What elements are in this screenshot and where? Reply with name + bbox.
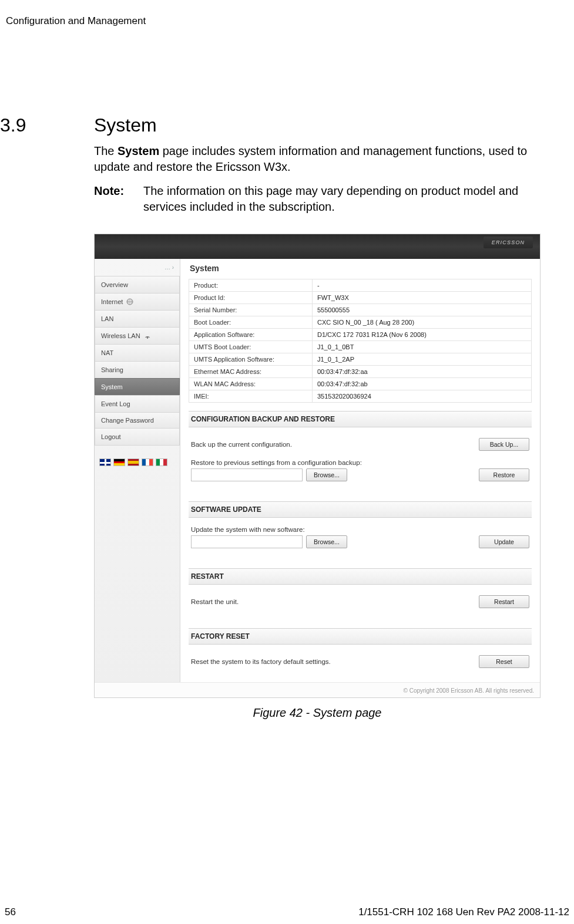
language-flags [99,458,175,466]
nav-change-password-label: Change Password [101,416,154,424]
info-uapp-value: J1_0_1_2AP [313,353,532,366]
update-file-input[interactable] [191,535,303,548]
intro-pre: The [94,144,118,157]
info-product-value: - [313,279,532,292]
info-uboot-label: UMTS Boot Loader: [189,341,313,353]
flag-it[interactable] [156,458,167,466]
info-app-value: D1/CXC 172 7031 R12A (Nov 6 2008) [313,329,532,341]
flag-uk[interactable] [99,458,111,466]
nav-sharing[interactable]: Sharing [95,361,180,379]
nav-logout[interactable]: Logout [95,428,180,446]
info-uapp-label: UMTS Application Software: [189,353,313,366]
software-update-text: Update the system with new software: [191,526,529,533]
info-pid-value: FWT_W3X [313,292,532,304]
nav-eventlog-label: Event Log [101,400,130,407]
info-app-label: Application Software: [189,329,313,341]
nav-system[interactable]: System [95,378,180,396]
figure-caption: Figure 42 - System page [94,706,541,720]
note-label: Note: [94,183,143,215]
nav-internet-label: Internet [101,298,123,305]
flag-de[interactable] [113,458,125,466]
section-title: System [94,114,157,136]
nav-change-password[interactable]: Change Password [95,412,180,429]
figure-banner: ERICSSON [95,234,540,259]
nav-overview[interactable]: Overview [95,276,180,294]
note-text: The information on this page may vary de… [143,183,558,215]
nav-lan[interactable]: LAN [95,310,180,328]
system-info-table: Product:- Product Id:FWT_W3X Serial Numb… [189,279,532,403]
nav-wlan-label: Wireless LAN [101,332,140,339]
restore-button[interactable]: Restore [479,468,529,481]
nav-lan-label: LAN [101,315,113,322]
info-imei-value: 351532020036924 [313,390,532,403]
figure-screenshot: ERICSSON … › Overview Internet LAN Wirel… [94,234,541,698]
wifi-icon [144,332,151,339]
nav-wlan[interactable]: Wireless LAN [95,327,180,345]
info-serial-label: Serial Number: [189,304,313,316]
info-uboot-value: J1_0_1_0BT [313,341,532,353]
nav-logout-label: Logout [101,433,121,440]
info-boot-label: Boot Loader: [189,316,313,329]
restart-button[interactable]: Restart [479,595,529,608]
nav-overview-label: Overview [101,281,128,288]
globe-icon [126,298,133,305]
info-product-label: Product: [189,279,313,292]
restore-browse-button[interactable]: Browse... [306,468,347,481]
restore-text: Restore to previous settings from a conf… [191,459,529,466]
doc-id-footer: 1/1551-CRH 102 168 Uen Rev PA2 2008-11-1… [358,906,569,918]
factory-reset-text: Reset the system to its factory default … [191,658,331,665]
page-title: System [189,259,532,279]
backup-text: Back up the current configuration. [191,441,292,448]
nav-internet[interactable]: Internet [95,293,180,311]
flag-fr[interactable] [142,458,153,466]
nav-sharing-label: Sharing [101,366,123,373]
breadcrumb: … › [95,259,180,276]
nav-eventlog[interactable]: Event Log [95,395,180,413]
intro-paragraph: The System page includes system informat… [94,143,558,175]
nav-system-label: System [101,383,123,390]
info-wlan-value: 00:03:47:df:32:ab [313,378,532,390]
intro-post: page includes system information and man… [94,144,527,173]
section-factory-title: FACTORY RESET [189,628,532,645]
figure-copyright: © Copyright 2008 Ericsson AB. All rights… [95,682,540,697]
nav-nat-label: NAT [101,349,113,356]
svg-point-1 [147,338,148,339]
info-pid-label: Product Id: [189,292,313,304]
restore-file-input[interactable] [191,468,303,481]
note-block: Note: The information on this page may v… [94,183,558,215]
info-imei-label: IMEI: [189,390,313,403]
info-eth-value: 00:03:47:df:32:aa [313,366,532,378]
nav-nat[interactable]: NAT [95,344,180,362]
section-number: 3.9 [0,114,26,136]
sidebar: … › Overview Internet LAN Wireless LAN [95,259,180,682]
section-software-title: SOFTWARE UPDATE [189,501,532,518]
update-button[interactable]: Update [479,535,529,548]
update-browse-button[interactable]: Browse... [306,535,347,548]
backup-button[interactable]: Back Up... [479,438,529,451]
running-header: Configuration and Management [6,15,562,27]
section-restart-title: RESTART [189,568,532,585]
section-backup-title: CONFIGURATION BACKUP AND RESTORE [189,411,532,427]
info-boot-value: CXC SIO N_00 _18 ( Aug 28 200) [313,316,532,329]
flag-es[interactable] [127,458,139,466]
intro-bold: System [118,144,159,157]
reset-button[interactable]: Reset [479,655,529,668]
restart-text: Restart the unit. [191,598,239,605]
info-serial-value: 555000555 [313,304,532,316]
page-number: 56 [5,906,16,918]
ericsson-logo: ERICSSON [484,237,533,248]
info-eth-label: Ethernet MAC Address: [189,366,313,378]
info-wlan-label: WLAN MAC Address: [189,378,313,390]
